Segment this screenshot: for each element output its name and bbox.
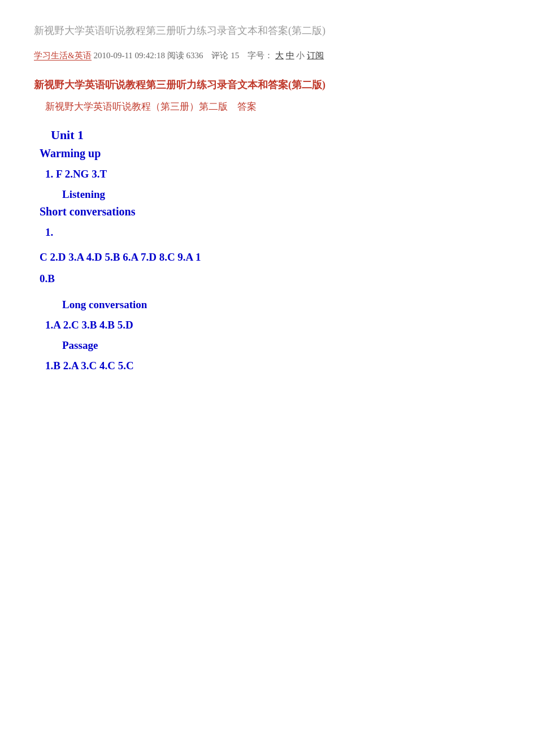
unit-label: Unit 1 xyxy=(34,128,500,142)
long-conversation-heading: Long conversation xyxy=(34,299,500,311)
comment-count: 15 xyxy=(231,51,239,60)
short-conversations-answers2: C 2.D 3.A 4.D 5.B 6.A 7.D 8.C 9.A 1 0.B xyxy=(34,247,500,290)
long-conversation-answers: 1.A 2.C 3.B 4.B 5.D xyxy=(34,316,500,335)
short-conversations-answers1: 1. xyxy=(34,223,500,242)
subscribe[interactable]: 订阅 xyxy=(307,51,324,60)
passage-heading: Passage xyxy=(34,339,500,352)
comment-label: 评论 xyxy=(211,51,228,60)
font-large[interactable]: 大 xyxy=(275,51,284,60)
category-link[interactable]: 学习生活&英语 xyxy=(34,51,92,61)
meta-line: 学习生活&英语 2010-09-11 09:42:18 阅读 6336 评论 1… xyxy=(34,48,500,63)
article-main-title: 新视野大学英语听说教程第三册听力练习录音文本和答案(第二版) xyxy=(34,77,500,93)
listening-heading: Listening xyxy=(34,188,500,201)
short-conversations-heading: Short conversations xyxy=(34,205,500,218)
warming-up-heading: Warming up xyxy=(34,147,500,160)
read-label: 阅读 xyxy=(167,51,184,60)
meta-date: 2010-09-11 xyxy=(93,51,132,60)
font-label: 字号： xyxy=(248,51,273,60)
warming-up-answers: 1. F 2.NG 3.T xyxy=(34,165,500,184)
page-gray-title: 新视野大学英语听说教程第三册听力练习录音文本和答案(第二版) xyxy=(34,23,500,39)
passage-answers: 1.B 2.A 3.C 4.C 5.C xyxy=(34,356,500,375)
read-count: 6336 xyxy=(186,51,203,60)
font-medium[interactable]: 中 xyxy=(286,51,294,60)
font-small[interactable]: 小 xyxy=(296,51,305,60)
article-subtitle: 新视野大学英语听说教程（第三册）第二版 答案 xyxy=(34,99,500,114)
meta-time: 09:42:18 xyxy=(135,51,165,60)
